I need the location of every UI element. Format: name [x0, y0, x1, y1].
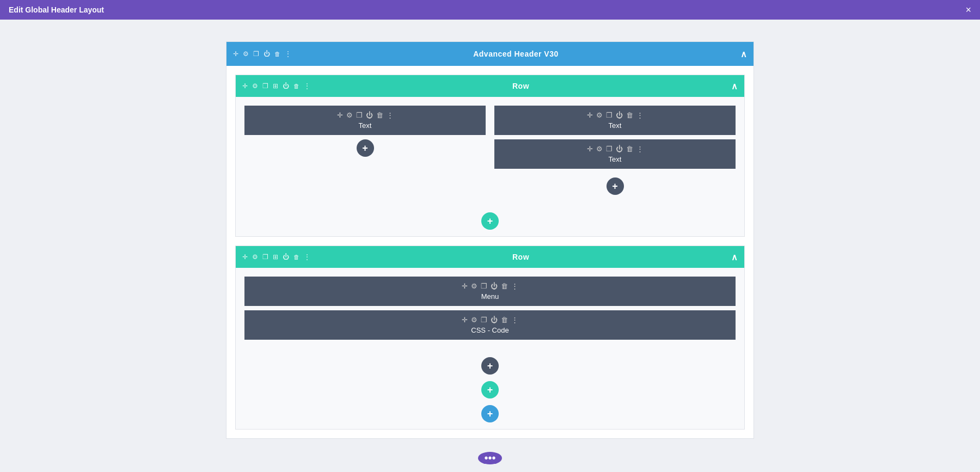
- widget4-icons: ✛ ⚙ ❐ ⏻ 🗑 ⋮: [462, 282, 518, 290]
- w1-more-icon[interactable]: ⋮: [387, 111, 394, 119]
- w5-power-icon[interactable]: ⏻: [491, 316, 498, 324]
- row-container-1: Row ✛ ⚙ ❐ ⏻ 🗑 ⋮: [235, 75, 745, 237]
- w4-trash-icon[interactable]: 🗑: [501, 282, 508, 290]
- row1-two-col: ✛ ⚙ ❐ ⏻ 🗑 ⋮ Text +: [244, 106, 736, 195]
- w4-power-icon[interactable]: ⏻: [491, 282, 498, 290]
- w2-power-icon[interactable]: ⏻: [616, 111, 623, 119]
- w3-cross-icon[interactable]: ✛: [587, 145, 593, 153]
- trash-icon[interactable]: [274, 50, 280, 58]
- bottom-dots-button[interactable]: •••: [478, 452, 502, 464]
- copy-icon[interactable]: [253, 50, 259, 58]
- row1-title: Row: [512, 82, 529, 90]
- widget5-label: CSS - Code: [471, 326, 509, 334]
- row-bar-1: Row: [236, 75, 744, 97]
- w4-copy-icon[interactable]: ❐: [481, 282, 487, 290]
- row-bar-2: Row: [236, 246, 744, 268]
- cross-icon[interactable]: [233, 50, 238, 58]
- row1-copy-icon[interactable]: [262, 82, 268, 90]
- row1-trash-icon[interactable]: [293, 82, 299, 90]
- w2-copy-icon[interactable]: ❐: [606, 111, 612, 119]
- row2-icons: [242, 253, 310, 261]
- add-module-col2-button[interactable]: +: [607, 177, 624, 195]
- row1-content: ✛ ⚙ ❐ ⏻ 🗑 ⋮ Text +: [236, 97, 744, 204]
- row2-single-col: ✛ ⚙ ❐ ⏻ 🗑 ⋮ Menu ✛ ⚙ ❐: [244, 277, 736, 340]
- w3-gear-icon[interactable]: ⚙: [596, 145, 603, 153]
- add-module-row2-button[interactable]: +: [481, 357, 499, 375]
- row1-columns-icon[interactable]: [273, 82, 278, 90]
- row2-collapse-icon[interactable]: [731, 252, 738, 262]
- widget2-label: Text: [609, 121, 622, 130]
- row1-cross-icon[interactable]: [242, 82, 248, 90]
- row2-columns-icon[interactable]: [273, 253, 278, 261]
- w1-copy-icon[interactable]: ❐: [356, 111, 363, 119]
- row-container-2: Row ✛ ⚙ ❐ ⏻ 🗑 ⋮ Menu: [235, 246, 745, 430]
- row2-add-area: + + +: [236, 348, 744, 429]
- add-row-2-button[interactable]: +: [481, 381, 499, 399]
- row2-more-icon[interactable]: [304, 253, 310, 261]
- widget-css-code: ✛ ⚙ ❐ ⏻ 🗑 ⋮ CSS - Code: [244, 310, 736, 340]
- more-icon[interactable]: [285, 50, 291, 58]
- w5-cross-icon[interactable]: ✛: [462, 316, 468, 324]
- title-bar: Edit Global Header Layout ×: [0, 0, 980, 20]
- widget3-icons: ✛ ⚙ ❐ ⏻ 🗑 ⋮: [587, 145, 644, 153]
- row1-gear-icon[interactable]: [252, 82, 258, 90]
- add-module-col1-button[interactable]: +: [357, 139, 374, 157]
- widget5-icons: ✛ ⚙ ❐ ⏻ 🗑 ⋮: [462, 316, 518, 324]
- w1-power-icon[interactable]: ⏻: [366, 111, 373, 119]
- row2-copy-icon[interactable]: [262, 253, 268, 261]
- widget-text-2: ✛ ⚙ ❐ ⏻ 🗑 ⋮ Text: [494, 106, 736, 135]
- w3-more-icon[interactable]: ⋮: [636, 145, 644, 153]
- row1-power-icon[interactable]: [283, 82, 289, 90]
- widget4-label: Menu: [481, 292, 499, 301]
- w2-cross-icon[interactable]: ✛: [587, 111, 593, 119]
- widget-menu: ✛ ⚙ ❐ ⏻ 🗑 ⋮ Menu: [244, 277, 736, 306]
- gear-icon[interactable]: [243, 50, 249, 58]
- add-row-1-button[interactable]: +: [481, 212, 499, 230]
- row2-content: ✛ ⚙ ❐ ⏻ 🗑 ⋮ Menu ✛ ⚙ ❐: [236, 268, 744, 348]
- w4-more-icon[interactable]: ⋮: [511, 282, 518, 290]
- w4-gear-icon[interactable]: ⚙: [471, 282, 477, 290]
- advanced-header-icons: [233, 50, 291, 58]
- collapse-icon[interactable]: [740, 49, 747, 59]
- title-bar-title: Edit Global Header Layout: [9, 5, 104, 14]
- row2-title: Row: [512, 253, 529, 261]
- outer-container: Advanced Header V30 Row: [226, 41, 754, 439]
- row1-col-right: ✛ ⚙ ❐ ⏻ 🗑 ⋮ Text ✛: [494, 106, 736, 195]
- widget1-label: Text: [359, 121, 372, 130]
- advanced-header-title: Advanced Header V30: [473, 50, 559, 58]
- canvas: Advanced Header V30 Row: [0, 20, 980, 472]
- row2-power-icon[interactable]: [283, 253, 289, 261]
- power-icon[interactable]: [264, 50, 270, 58]
- advanced-header-bar: Advanced Header V30: [226, 42, 754, 66]
- w1-gear-icon[interactable]: ⚙: [346, 111, 353, 119]
- w3-power-icon[interactable]: ⏻: [616, 145, 623, 153]
- row1-add-area: +: [236, 204, 744, 236]
- w1-cross-icon[interactable]: ✛: [337, 111, 343, 119]
- w1-trash-icon[interactable]: 🗑: [376, 111, 383, 119]
- row2-cross-icon[interactable]: [242, 253, 248, 261]
- w5-more-icon[interactable]: ⋮: [511, 316, 518, 324]
- w5-copy-icon[interactable]: ❐: [481, 316, 487, 324]
- w2-gear-icon[interactable]: ⚙: [596, 111, 603, 119]
- row2-gear-icon[interactable]: [252, 253, 258, 261]
- row1-icons: [242, 82, 310, 90]
- widget1-icons: ✛ ⚙ ❐ ⏻ 🗑 ⋮: [337, 111, 394, 119]
- widget-text-1: ✛ ⚙ ❐ ⏻ 🗑 ⋮ Text: [244, 106, 486, 135]
- w5-gear-icon[interactable]: ⚙: [471, 316, 477, 324]
- w2-more-icon[interactable]: ⋮: [636, 111, 644, 119]
- w5-trash-icon[interactable]: 🗑: [501, 316, 508, 324]
- widget3-label: Text: [609, 155, 622, 163]
- w2-trash-icon[interactable]: 🗑: [626, 111, 633, 119]
- widget-text-3: ✛ ⚙ ❐ ⏻ 🗑 ⋮ Text: [494, 139, 736, 169]
- row1-more-icon[interactable]: [304, 82, 310, 90]
- close-button[interactable]: ×: [965, 5, 971, 15]
- widget2-icons: ✛ ⚙ ❐ ⏻ 🗑 ⋮: [587, 111, 644, 119]
- w3-copy-icon[interactable]: ❐: [606, 145, 612, 153]
- row1-col-left: ✛ ⚙ ❐ ⏻ 🗑 ⋮ Text +: [244, 106, 486, 195]
- row1-collapse-icon[interactable]: [731, 81, 738, 91]
- w4-cross-icon[interactable]: ✛: [462, 282, 468, 290]
- add-section-button[interactable]: +: [481, 405, 499, 422]
- row2-trash-icon[interactable]: [293, 253, 299, 261]
- w3-trash-icon[interactable]: 🗑: [626, 145, 633, 153]
